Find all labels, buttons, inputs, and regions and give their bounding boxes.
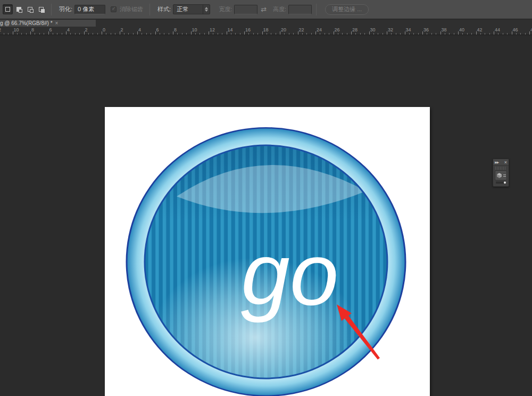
ruler-label: 30 xyxy=(370,27,376,32)
horizontal-ruler[interactable]: 1210864202468101214161820222426283032343… xyxy=(0,27,532,35)
ruler-label: 4 xyxy=(67,27,70,32)
ruler-tick xyxy=(227,31,227,35)
height-input xyxy=(288,5,312,14)
ruler-tick xyxy=(111,33,111,35)
ruler-tick xyxy=(311,33,312,35)
ruler-tick xyxy=(93,33,93,35)
ruler-tick xyxy=(458,31,459,35)
ruler-label: 22 xyxy=(299,27,304,32)
ruler-tick xyxy=(48,31,49,35)
ruler-tick xyxy=(133,33,134,35)
ruler-tick xyxy=(155,31,156,35)
ruler-tick xyxy=(440,31,441,35)
ruler-label: 10 xyxy=(192,27,197,32)
ruler-tick xyxy=(400,33,401,35)
ruler-tick xyxy=(355,33,356,35)
ruler-label: 6 xyxy=(156,27,159,32)
ruler-tick xyxy=(222,33,222,35)
ruler-tick xyxy=(271,33,271,35)
feather-input[interactable] xyxy=(74,5,105,14)
ruler-label: 18 xyxy=(263,27,269,32)
ruler-tick xyxy=(342,33,343,35)
ruler-label: 44 xyxy=(495,27,500,32)
ruler-tick xyxy=(387,31,387,35)
list-lines-icon xyxy=(503,175,506,177)
ruler-tick xyxy=(177,33,178,35)
ruler-tick xyxy=(218,33,218,35)
chevron-up-down-icon xyxy=(203,5,210,14)
new-selection-button[interactable] xyxy=(3,4,13,14)
ruler-tick xyxy=(253,33,254,35)
go-button-artwork: go xyxy=(105,107,430,396)
width-input xyxy=(234,5,257,14)
swap-dimensions-icon: ⇄ xyxy=(261,5,267,13)
canvas[interactable]: go xyxy=(105,107,430,396)
close-panel-icon[interactable]: × xyxy=(504,160,507,164)
ruler-tick xyxy=(128,33,129,35)
ruler-tick xyxy=(39,33,40,35)
ruler-tick xyxy=(369,31,370,35)
ruler-label: 28 xyxy=(352,27,358,32)
ruler-tick xyxy=(248,33,249,35)
ruler-tick xyxy=(164,33,164,35)
style-dropdown[interactable]: 正常 xyxy=(173,4,210,14)
ruler-tick xyxy=(200,33,200,35)
ruler-tick xyxy=(173,31,173,35)
ruler-tick xyxy=(391,33,392,35)
ruler-tick xyxy=(445,33,445,35)
ruler-tick xyxy=(489,33,490,35)
ruler-label: 42 xyxy=(477,27,483,32)
ruler-tick xyxy=(512,31,512,35)
expand-panel-icon[interactable]: ▶▶ xyxy=(495,160,498,164)
ruler-tick xyxy=(471,33,472,35)
ruler-tick xyxy=(240,33,240,35)
ruler-tick xyxy=(462,33,463,35)
ruler-tick xyxy=(160,33,160,35)
ruler-label: 36 xyxy=(423,27,429,32)
width-label: 宽度: xyxy=(219,5,232,13)
panel-mini-slider[interactable] xyxy=(496,182,506,184)
ruler-tick xyxy=(480,33,481,35)
ruler-tick xyxy=(97,33,98,35)
intersect-with-selection-button[interactable] xyxy=(36,4,46,14)
panel-drag-grip[interactable] xyxy=(495,167,506,170)
ruler-tick xyxy=(57,33,57,35)
ruler-tick xyxy=(151,33,151,35)
add-to-selection-icon xyxy=(16,7,21,12)
ruler-tick xyxy=(169,33,169,35)
ruler-tick xyxy=(21,33,22,35)
ruler-tick xyxy=(115,33,115,35)
ruler-label: 46 xyxy=(513,27,518,32)
ruler-tick xyxy=(494,31,494,35)
ruler-tick xyxy=(213,33,213,35)
subtract-from-selection-button[interactable] xyxy=(25,4,35,14)
ruler-tick xyxy=(436,33,436,35)
ruler-tick xyxy=(422,31,423,35)
ruler-label: 20 xyxy=(281,27,286,32)
ruler-tick xyxy=(35,33,35,35)
document-tab[interactable]: g @ 66.7%(RGB/8#) * × xyxy=(0,20,96,27)
ruler-tick xyxy=(8,33,9,35)
ruler-tick xyxy=(293,33,294,35)
ruler-tick xyxy=(516,33,517,35)
ruler-label: 32 xyxy=(388,27,393,32)
ruler-tick xyxy=(347,33,347,35)
add-to-selection-button[interactable] xyxy=(14,4,24,14)
ruler-label: 2 xyxy=(121,27,123,32)
ruler-tick xyxy=(334,31,334,35)
panel-icon-button[interactable] xyxy=(495,170,507,180)
ruler-tick xyxy=(17,33,18,35)
subtract-from-selection-icon xyxy=(28,7,32,12)
ruler-label: 8 xyxy=(174,27,177,32)
document-tab-bar: g @ 66.7%(RGB/8#) * × xyxy=(0,20,532,27)
ruler-label: 12 xyxy=(0,27,1,32)
ruler-tick xyxy=(485,33,485,35)
ruler-tick xyxy=(289,33,289,35)
ruler-tick xyxy=(280,31,280,35)
ruler-tick xyxy=(520,33,521,35)
ruler-tick xyxy=(182,33,182,35)
style-label: 样式: xyxy=(157,5,171,13)
ruler-tick xyxy=(44,33,44,35)
ruler-tick xyxy=(306,33,307,35)
close-tab-icon[interactable]: × xyxy=(55,21,59,26)
